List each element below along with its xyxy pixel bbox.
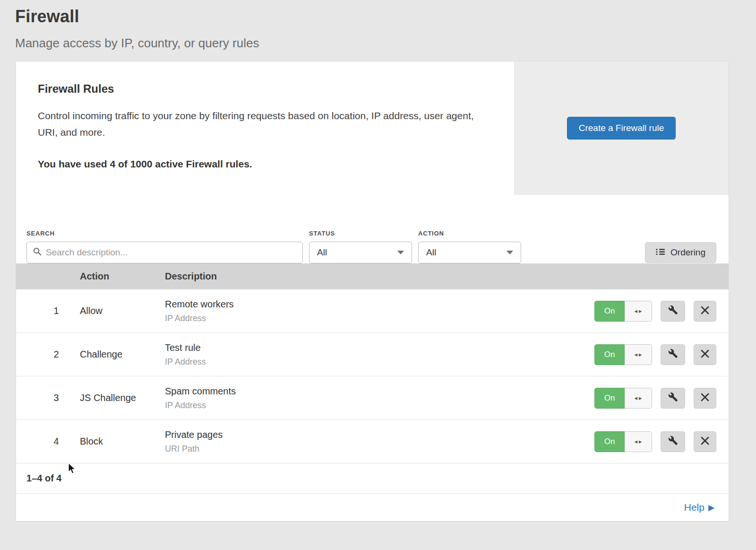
toggle-drag-handle[interactable]: ◂▸ (625, 344, 652, 365)
rule-field-type: IP Address (165, 401, 585, 410)
toggle-drag-handle[interactable]: ◂▸ (625, 388, 652, 409)
table-header: Action Description (16, 263, 729, 289)
rule-description: Test rule (165, 342, 585, 353)
search-label: SEARCH (26, 230, 303, 237)
arrow-left-icon: ◂ (634, 307, 637, 314)
chevron-down-icon (507, 251, 513, 254)
rule-description-cell: Private pages URI Path (165, 429, 585, 454)
arrow-left-icon: ◂ (634, 351, 637, 358)
rule-number: 3 (42, 393, 70, 403)
pagination-row: 1–4 of 4 (16, 463, 729, 494)
table-row: 2 Challenge Test rule IP Address On ◂▸ (16, 333, 729, 376)
wrench-icon (668, 436, 678, 447)
action-select-value: All (426, 247, 436, 258)
wrench-icon (668, 392, 678, 404)
edit-rule-button[interactable] (661, 344, 685, 365)
ordering-button[interactable]: Ordering (645, 242, 716, 263)
intro-action-panel: Create a Firewall rule (514, 61, 729, 195)
edit-rule-button[interactable] (661, 388, 685, 409)
delete-rule-button[interactable] (694, 344, 716, 365)
table-row: 1 Allow Remote workers IP Address On ◂▸ (16, 289, 729, 333)
search-icon (33, 247, 42, 258)
rule-action: Block (80, 436, 155, 447)
delete-rule-button[interactable] (694, 388, 716, 409)
intro-heading: Firewall Rules (38, 82, 492, 96)
rule-description-cell: Spam comments IP Address (165, 386, 585, 410)
wrench-icon (668, 305, 678, 317)
arrow-left-icon: ◂ (634, 438, 637, 445)
rule-field-type: IP Address (165, 357, 585, 367)
close-icon (701, 393, 709, 403)
help-link-label: Help (684, 502, 704, 513)
rule-number: 1 (42, 306, 70, 316)
toggle-on-label[interactable]: On (594, 344, 625, 365)
ordering-list-icon (656, 247, 665, 258)
search-input[interactable] (46, 247, 297, 258)
close-icon (701, 437, 709, 447)
intro-usage-count: You have used 4 of 1000 active Firewall … (38, 158, 492, 170)
rule-controls: On ◂▸ (594, 301, 716, 322)
rule-controls: On ◂▸ (594, 344, 716, 365)
table-row: 4 Block Private pages URI Path On ◂▸ (16, 420, 729, 463)
rule-field-type: URI Path (165, 444, 585, 454)
rule-enabled-toggle[interactable]: On ◂▸ (594, 344, 652, 365)
rule-enabled-toggle[interactable]: On ◂▸ (594, 431, 652, 452)
help-row: Help ▶ (16, 494, 729, 521)
page-title: Firewall (15, 7, 741, 26)
create-firewall-rule-button[interactable]: Create a Firewall rule (567, 117, 676, 140)
arrow-right-icon: ▸ (639, 307, 642, 314)
chevron-down-icon (397, 251, 404, 254)
delete-rule-button[interactable] (694, 431, 716, 452)
close-icon (701, 306, 709, 316)
column-header-description: Description (165, 271, 707, 282)
page-subtitle: Manage access by IP, country, or query r… (15, 36, 741, 51)
intro-description: Control incoming traffic to your zone by… (38, 108, 491, 140)
delete-rule-button[interactable] (694, 301, 716, 322)
toggle-on-label[interactable]: On (594, 388, 625, 409)
arrow-left-icon: ◂ (634, 394, 637, 402)
rule-enabled-toggle[interactable]: On ◂▸ (594, 388, 652, 409)
firewall-rules-card: Firewall Rules Control incoming traffic … (16, 61, 729, 522)
action-select[interactable]: All (418, 242, 521, 263)
rule-description: Spam comments (165, 386, 585, 397)
intro-section: Firewall Rules Control incoming traffic … (16, 61, 729, 195)
rule-description: Remote workers (165, 299, 585, 310)
rule-enabled-toggle[interactable]: On ◂▸ (594, 301, 652, 322)
table-row: 3 JS Challenge Spam comments IP Address … (16, 376, 729, 420)
edit-rule-button[interactable] (661, 301, 685, 322)
toggle-drag-handle[interactable]: ◂▸ (625, 301, 652, 322)
rule-number: 2 (42, 349, 70, 360)
toggle-on-label[interactable]: On (594, 301, 625, 322)
close-icon (701, 349, 709, 360)
arrow-right-icon: ▸ (639, 394, 642, 402)
status-label: STATUS (309, 230, 412, 237)
rule-controls: On ◂▸ (594, 431, 716, 452)
filters-bar: SEARCH STATUS All ACTION All (16, 195, 729, 263)
status-filter-group: STATUS All (309, 230, 412, 263)
action-filter-group: ACTION All (418, 230, 521, 263)
rule-action: JS Challenge (80, 393, 155, 403)
rule-number: 4 (42, 436, 70, 447)
arrow-right-icon: ▶ (708, 503, 714, 513)
status-select-value: All (317, 247, 327, 258)
edit-rule-button[interactable] (661, 431, 685, 452)
search-box (26, 242, 303, 263)
search-filter-group: SEARCH (26, 230, 303, 263)
rule-description-cell: Test rule IP Address (165, 342, 585, 367)
rule-description-cell: Remote workers IP Address (165, 299, 585, 323)
action-label: ACTION (418, 230, 521, 237)
rule-action: Allow (80, 306, 155, 316)
rule-description: Private pages (165, 429, 585, 440)
status-select[interactable]: All (309, 242, 412, 263)
rule-controls: On ◂▸ (594, 388, 716, 409)
wrench-icon (668, 349, 678, 360)
toggle-drag-handle[interactable]: ◂▸ (625, 431, 652, 452)
ordering-button-label: Ordering (670, 247, 705, 258)
rule-field-type: IP Address (165, 314, 585, 323)
arrow-right-icon: ▸ (639, 438, 642, 445)
help-link[interactable]: Help ▶ (684, 502, 714, 513)
intro-text-block: Firewall Rules Control incoming traffic … (16, 61, 514, 195)
toggle-on-label[interactable]: On (594, 431, 625, 452)
column-header-action: Action (80, 271, 155, 282)
page-header: Firewall Manage access by IP, country, o… (0, 0, 756, 51)
